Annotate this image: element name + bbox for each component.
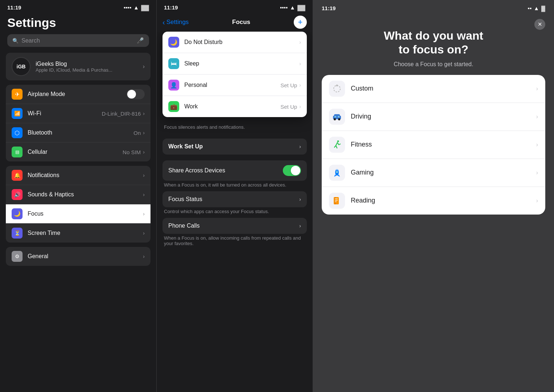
custom-label: Custom [351,85,536,92]
sidebar-item-screen-time[interactable]: ⏳ Screen Time [6,224,150,243]
focus-options-card: Custom Driving [322,75,545,215]
cellular-value: No SIM [123,149,141,155]
battery-icon-3: ▓ [541,5,545,11]
bluetooth-value: On [133,130,141,136]
wifi-settings-icon: 📶 [12,108,23,119]
wifi-icon-2: ▲ [290,4,295,11]
focus-icon: 🌙 [12,208,23,219]
focus-status-item[interactable]: Focus Status [162,191,307,207]
search-input[interactable] [21,37,134,44]
share-devices-item[interactable]: Share Across Devices [162,160,307,181]
focus-option-reading[interactable]: Reading [322,187,545,215]
sleep-label: Sleep [184,60,299,67]
back-button[interactable]: ‹ Settings [162,18,189,27]
focus-item-dnd[interactable]: 🌙 Do Not Disturb [162,32,307,53]
focus-chevron [143,211,145,217]
focus-section-calls: Phone Calls [162,218,307,234]
signal-icon-2: ▪▪▪▪ [280,4,288,11]
bluetooth-chevron [143,130,145,136]
sidebar-item-focus[interactable]: 🌙 Focus [6,204,150,224]
gaming-chevron [536,169,538,176]
screen-time-chevron [143,230,145,236]
focus-content: 🌙 Do Not Disturb 🛏 Sleep 👤 Personal Set … [157,32,313,392]
svg-rect-17 [335,200,338,201]
focus-label: Focus [28,211,143,217]
reading-chevron [536,197,538,204]
sidebar-item-cellular[interactable]: ▤ Cellular No SIM [6,143,150,161]
sounds-icon: 🔊 [12,189,23,200]
focus-item-work[interactable]: 💼 Work Set Up [162,96,307,117]
share-devices-label: Share Across Devices [168,167,283,174]
phone-calls-label: Phone Calls [168,223,299,229]
add-focus-button[interactable]: + [294,16,307,29]
panel-focus-selector: 11:19 ▪▪ ▲ ▓ ✕ What do you wantto focus … [313,0,554,392]
profile-item[interactable]: iGB iGeeks Blog Apple ID, iCloud, Media … [6,53,150,80]
focus-option-custom[interactable]: Custom [322,75,545,103]
settings-title: Settings [0,13,156,34]
notifications-label: Notifications [28,172,143,179]
sounds-chevron [143,192,145,197]
signal-icon: ▪▪▪▪ [124,4,131,11]
sidebar-item-airplane-mode[interactable]: ✈ Airplane Mode [6,85,150,104]
focus-option-fitness[interactable]: Fitness [322,131,545,159]
focus-selector-header: What do you wantto focus on? Choose a Fo… [313,14,554,75]
panel-settings: 11:19 ▪▪▪▪ ▲ ▓▓ Settings 🔍 🎤 iGB iGeeks … [0,0,156,392]
work-chevron [299,104,301,109]
focus-item-personal[interactable]: 👤 Personal Set Up [162,75,307,96]
svg-rect-18 [335,201,337,202]
svg-point-13 [337,169,338,170]
dnd-chevron [299,39,301,45]
fitness-runner-icon [333,140,341,149]
search-icon: 🔍 [12,38,19,44]
wifi-value: D-Link_DIR-816 [102,111,141,117]
focus-status-chevron [299,196,301,202]
general-chevron [143,253,145,259]
general-label: General [28,253,143,260]
focus-section-status: Focus Status [162,191,307,207]
screen-time-label: Screen Time [28,230,143,236]
wifi-icon-3: ▲ [534,5,539,11]
sidebar-item-sounds[interactable]: 🔊 Sounds & Haptics [6,185,150,204]
focus-option-gaming[interactable]: Gaming [322,159,545,187]
gaming-icon-wrapper [329,165,345,181]
dnd-icon: 🌙 [168,37,179,48]
sidebar-item-general[interactable]: ⚙ General [6,247,150,266]
reading-label: Reading [351,197,536,204]
sidebar-item-wifi[interactable]: 📶 Wi-Fi D-Link_DIR-816 [6,104,150,123]
status-time-3: 11:19 [322,5,336,11]
status-time-2: 11:19 [164,4,178,11]
focus-dropdown: 🌙 Do Not Disturb 🛏 Sleep 👤 Personal Set … [162,32,307,117]
focus-nav-bar: ‹ Settings Focus + [157,13,313,32]
search-bar[interactable]: 🔍 🎤 [7,34,149,47]
focus-option-driving[interactable]: Driving [322,103,545,131]
profile-name: iGeeks Blog [36,61,112,67]
battery-icon: ▓▓ [141,4,149,11]
work-value: Set Up [280,104,297,110]
svg-rect-6 [334,116,336,117]
profile-section[interactable]: iGB iGeeks Blog Apple ID, iCloud, Media … [6,53,150,80]
sleep-chevron [299,61,301,67]
airplane-toggle[interactable] [127,89,145,99]
back-chevron-icon: ‹ [162,18,165,27]
bluetooth-icon: ⬡ [12,127,23,138]
sidebar-item-notifications[interactable]: 🔔 Notifications [6,166,150,185]
work-setup-chevron [299,144,301,149]
share-toggle[interactable] [283,165,301,176]
settings-section-network: ✈ Airplane Mode 📶 Wi-Fi D-Link_DIR-816 ⬡… [6,85,150,161]
fitness-label: Fitness [351,141,536,148]
sidebar-item-bluetooth[interactable]: ⬡ Bluetooth On [6,123,150,143]
work-setup-item[interactable]: Work Set Up [162,139,307,155]
svg-point-5 [338,118,340,120]
close-icon: ✕ [538,21,542,28]
avatar: iGB [12,57,31,76]
phone-calls-item[interactable]: Phone Calls [162,218,307,234]
settings-section-3: ⚙ General [6,247,150,266]
svg-rect-15 [334,197,336,204]
close-button[interactable]: ✕ [534,19,545,30]
focus-description: Focus silences alerts and notifications. [162,124,307,130]
focus-item-sleep[interactable]: 🛏 Sleep [162,53,307,75]
svg-point-12 [336,171,338,173]
cellular-chevron [143,149,145,155]
svg-point-4 [334,118,336,120]
svg-rect-7 [338,116,340,117]
